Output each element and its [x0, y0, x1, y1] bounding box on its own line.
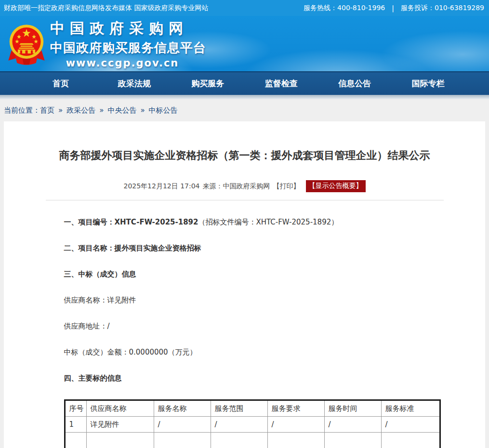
- paragraph-normal-text: （招标文件编号：XHTC-FW-2025-1892）: [198, 218, 339, 226]
- table-row: [65, 433, 440, 448]
- nav-item-home[interactable]: 首页: [24, 78, 98, 89]
- paragraph-normal-text: 供应商地址：/: [64, 322, 110, 330]
- breadcrumb-home[interactable]: 首页: [40, 106, 54, 115]
- cell-service-time: /: [324, 417, 381, 433]
- cell-service-standard: [381, 433, 440, 448]
- nav-shadow-strip: [0, 95, 489, 99]
- table-header-row: 序号 供应商名称 服务名称 服务范围 服务要求 服务时间 服务标准: [65, 400, 440, 417]
- article-source: 来源：中国政府采购网: [203, 182, 270, 191]
- main-subject-table: 序号 供应商名称 服务名称 服务范围 服务要求 服务时间 服务标准 1 详见附件…: [64, 399, 441, 448]
- cell-service-standard: /: [381, 417, 440, 433]
- cell-service-scope: [211, 433, 267, 448]
- cell-service-scope: /: [211, 417, 267, 433]
- cell-service-name: /: [154, 417, 211, 433]
- nav-item-announcements[interactable]: 信息公告: [318, 78, 392, 89]
- col-header-serial: 序号: [65, 400, 86, 417]
- breadcrumb: 当前位置： 首页 » 政采公告 » 中央公告 » 中标公告: [0, 99, 489, 121]
- col-header-service-time: 服务时间: [324, 400, 381, 417]
- article-title: 商务部援外项目实施企业资格招标（第一类：援外成套项目管理企业）结果公示: [46, 121, 444, 163]
- breadcrumb-separator: »: [140, 106, 145, 115]
- national-emblem-logo[interactable]: [7, 23, 46, 67]
- article-meta: 2025年12月12日 17:04 来源：中国政府采购网 【打印】 【显示公告概…: [46, 180, 444, 192]
- paragraph-supplier-name: 供应商名称：详见附件: [64, 295, 444, 305]
- col-header-service-requirement: 服务要求: [267, 400, 324, 417]
- top-utility-bar: 财政部唯一指定政府采购信息网络发布媒体 国家级政府采购专业网站 服务热线：400…: [0, 0, 489, 16]
- paragraph-main-subject-heading: 四、主要标的信息: [64, 373, 444, 383]
- breadcrumb-award-notices[interactable]: 中标公告: [149, 106, 178, 115]
- paragraph-normal-text: 中标（成交）金额：0.0000000（万元）: [64, 348, 197, 356]
- nav-item-purchase-services[interactable]: 购买服务: [171, 78, 245, 89]
- site-url: www.ccgp.gov.cn: [50, 57, 195, 69]
- nav-item-supervision[interactable]: 监督检查: [245, 78, 318, 89]
- service-complaint: 服务投诉：010-63819289: [401, 4, 484, 13]
- cell-service-requirement: [267, 433, 324, 448]
- paragraph-award-amount: 中标（成交）金额：0.0000000（万元）: [64, 347, 444, 357]
- breadcrumb-separator: »: [58, 106, 63, 115]
- col-header-service-standard: 服务标准: [381, 400, 440, 417]
- publish-datetime: 2025年12月12日 17:04: [123, 182, 199, 191]
- paragraph-bold-text: 二、项目名称：援外项目实施企业资格招标: [64, 244, 201, 252]
- cell-serial: [65, 433, 86, 448]
- cell-service-requirement: /: [267, 417, 324, 433]
- show-summary-button[interactable]: 【显示公告概要】: [306, 180, 366, 192]
- cell-service-name: [154, 433, 211, 448]
- breadcrumb-procurement-notices[interactable]: 政采公告: [66, 106, 95, 115]
- site-header: 中国政府采购网 中国政府购买服务信息平台 www.ccgp.gov.cn: [0, 16, 489, 71]
- site-slogan: 财政部唯一指定政府采购信息网络发布媒体 国家级政府采购专业网站: [4, 4, 208, 13]
- paragraph-supplier-address: 供应商地址：/: [64, 321, 444, 331]
- cell-serial: 1: [65, 417, 86, 433]
- topbar-divider: |: [392, 4, 394, 12]
- cell-service-time: [324, 433, 381, 448]
- breadcrumb-central-notices[interactable]: 中央公告: [107, 106, 136, 115]
- cell-supplier: 详见附件: [86, 417, 154, 433]
- col-header-supplier: 供应商名称: [86, 400, 154, 417]
- site-logo-text[interactable]: 中国政府采购网 中国政府购买服务信息平台 www.ccgp.gov.cn: [50, 19, 195, 69]
- article-panel: 商务部援外项目实施企业资格招标（第一类：援外成套项目管理企业）结果公示 2025…: [4, 121, 485, 448]
- paragraph-bold-text: 三、中标（成交）信息: [64, 270, 136, 278]
- col-header-service-scope: 服务范围: [211, 400, 267, 417]
- article-body: 一、项目编号：XHTC-FW-2025-1892（招标文件编号：XHTC-FW-…: [46, 200, 444, 448]
- nav-item-regulations[interactable]: 政采法规: [98, 78, 172, 89]
- paragraph-bold-text: 一、项目编号：XHTC-FW-2025-1892: [64, 218, 198, 226]
- paragraph-bold-text: 四、主要标的信息: [64, 374, 122, 382]
- breadcrumb-label: 当前位置：: [4, 106, 40, 115]
- platform-name: 中国政府购买服务信息平台: [50, 40, 195, 56]
- main-nav: 首页 政采法规 购买服务 监督检查 信息公告 国际专栏: [0, 71, 489, 95]
- cell-supplier: [86, 433, 154, 448]
- print-button[interactable]: 【打印】: [273, 182, 300, 191]
- paragraph-project-name: 二、项目名称：援外项目实施企业资格招标: [64, 243, 444, 253]
- breadcrumb-separator: »: [99, 106, 104, 115]
- paragraph-normal-text: 供应商名称：详见附件: [64, 296, 136, 304]
- site-name: 中国政府采购网: [50, 19, 195, 39]
- table-row: 1 详见附件 / / / / /: [65, 417, 440, 433]
- paragraph-project-number: 一、项目编号：XHTC-FW-2025-1892（招标文件编号：XHTC-FW-…: [64, 217, 444, 227]
- nav-item-international[interactable]: 国际专栏: [392, 78, 465, 89]
- col-header-service-name: 服务名称: [154, 400, 211, 417]
- paragraph-award-info-heading: 三、中标（成交）信息: [64, 269, 444, 279]
- service-hotline: 服务热线：400-810-1996: [304, 4, 385, 13]
